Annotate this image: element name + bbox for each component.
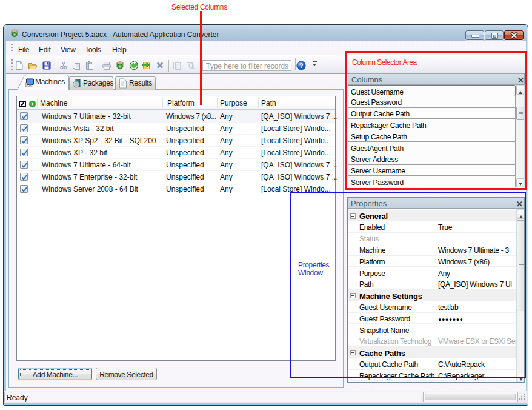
svg-text:?: ?: [299, 62, 304, 69]
